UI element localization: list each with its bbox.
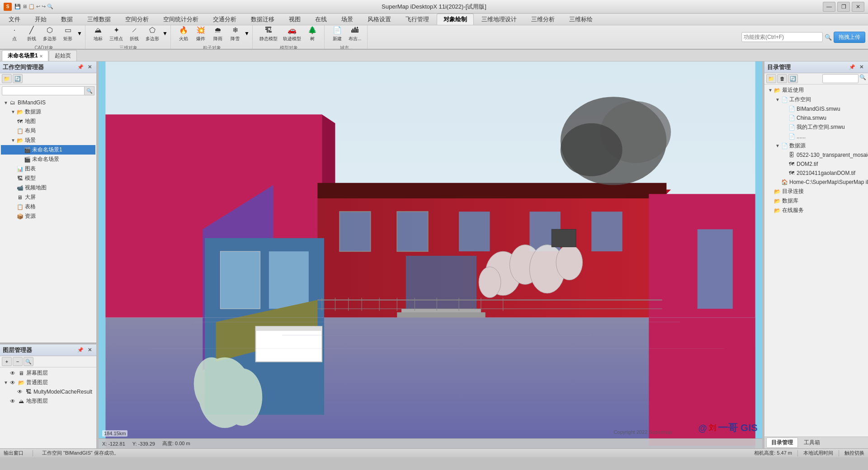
ws-tree-item-layouts[interactable]: 📋布局 (1, 126, 95, 136)
tb-fire-btn[interactable]: 🔥 火焰 (175, 25, 192, 43)
tree-toggle[interactable] (3, 398, 9, 404)
tb-3dpoint-btn[interactable]: ✦ 三维点 (107, 25, 125, 43)
layer-item-terrain_layer[interactable]: 👁⛰地形图层 (1, 396, 95, 406)
ws-tree-item-maps[interactable]: 🗺地图 (1, 117, 95, 126)
toolbar-tab-对象绘制[interactable]: 对象绘制 (437, 14, 474, 25)
ws-tree-item-datasources[interactable]: ▼📂数据源 (1, 107, 95, 117)
doc-tab-start[interactable]: 起始页 (49, 50, 77, 61)
layer-vis-icon[interactable]: 👁 (9, 398, 16, 405)
toolbar-tab-空间分析[interactable]: 空间分析 (118, 14, 156, 25)
catalog-panel-pin-btn[interactable]: 📌 (848, 63, 856, 71)
toolbar-tab-数据[interactable]: 数据 (54, 14, 80, 25)
toolbar-tab-飞行管理[interactable]: 飞行管理 (399, 14, 436, 25)
ws-tree-item-bimgis[interactable]: ▼🗂BIMandGIS (1, 98, 95, 107)
ws-btn1[interactable]: 📁 (2, 74, 12, 83)
tb-terrain-btn[interactable]: ⛰ 地标 (90, 25, 106, 43)
3d-expand-btn[interactable]: ▼ (162, 30, 167, 37)
toolbar-tab-开始[interactable]: 开始 (28, 14, 53, 25)
toolbar-tab-三维地理设计[interactable]: 三维地理设计 (475, 14, 524, 25)
layer-search-btn[interactable]: 🔍 (24, 357, 33, 366)
tb-rect-btn[interactable]: ▭ 矩形 (60, 25, 76, 43)
layer-item-common_layer[interactable]: ▼👁📂普通图层 (1, 378, 95, 387)
layer-delete-btn[interactable]: − (13, 357, 23, 366)
tb-tree-btn[interactable]: 🌲 树 (304, 25, 321, 43)
close-button[interactable]: ✕ (852, 2, 864, 12)
toolbar-tab-三维分析[interactable]: 三维分析 (524, 14, 561, 25)
catalog-search-btn[interactable]: 🔍 (859, 74, 866, 83)
toolbar-tab-视图[interactable]: 视图 (282, 14, 307, 25)
tb-static-model-btn[interactable]: 🏗 静态模型 (257, 25, 280, 43)
particle-expand-btn[interactable]: ▼ (244, 30, 249, 37)
cat-tree-item-cat_link[interactable]: 📂目录连接 (765, 187, 867, 196)
workspace-panel-pin-btn[interactable]: 📌 (76, 63, 85, 71)
tb-point-btn[interactable]: · 点 (6, 25, 23, 43)
doc-tab-scene1[interactable]: 未命名场景1× (2, 50, 48, 61)
doc-tab-close-scene1[interactable]: × (40, 53, 42, 59)
workspace-search-btn[interactable]: 🔍 (85, 86, 94, 95)
cat-tree-item-ds2[interactable]: 🗺DOM2.tif (765, 160, 867, 169)
toolbar-tab-风格设置[interactable]: 风格设置 (361, 14, 398, 25)
tb-new-btn[interactable]: 📄 新建 (329, 25, 345, 43)
cat-tree-item-datasource_cat[interactable]: ▼📄数据源 (765, 141, 867, 150)
ws-tree-item-bigscreen[interactable]: 🖥大屏 (1, 193, 95, 202)
tree-toggle[interactable]: ▼ (3, 380, 9, 386)
tab-catalog[interactable]: 目录管理 (766, 437, 798, 448)
tb-polyline-btn[interactable]: ╱ 折线 (24, 25, 40, 43)
minimize-button[interactable]: — (823, 2, 835, 12)
title-controls[interactable]: — ❐ ✕ (823, 2, 864, 12)
toolbar-tab-在线[interactable]: 在线 (308, 14, 334, 25)
cat-tree-item-home_path[interactable]: 🏠Home-C:\SuperMap\SuperMap iDeskt... (765, 178, 867, 187)
ws-tree-item-video_maps[interactable]: 📹视频地图 (1, 183, 95, 193)
tb-polygon-btn[interactable]: ⬡ 多边形 (41, 25, 59, 43)
tree-toggle[interactable]: ▼ (774, 143, 781, 149)
ws-btn2[interactable]: 🔄 (13, 74, 23, 83)
toolbar-tab-三维标绘[interactable]: 三维标绘 (562, 14, 599, 25)
toolbar-tab-场景[interactable]: 场景 (335, 14, 360, 25)
ws-tree-item-charts[interactable]: 📊图表 (1, 164, 95, 174)
tree-toggle[interactable]: ▼ (774, 97, 781, 103)
cat-tree-item-dotdot[interactable]: 📄...... (765, 132, 867, 141)
tb-3dpoly-btn[interactable]: ⟋ 折线 (126, 25, 142, 43)
cat-tree-item-online_service[interactable]: 📂在线服务 (765, 206, 867, 215)
toolbar-tab-空间统计分析[interactable]: 空间统计分析 (156, 14, 205, 25)
layer-item-screen_layer[interactable]: 👁🖥屏幕图层 (1, 368, 95, 378)
cat-tree-item-recent[interactable]: ▼📂最近使用 (765, 85, 867, 95)
output-tab[interactable]: 输出窗口 (4, 450, 24, 456)
layer-vis-icon[interactable]: 👁 (9, 379, 16, 386)
catalog-search-input[interactable] (822, 74, 859, 83)
restore-button[interactable]: ❐ (837, 2, 850, 12)
search-input[interactable] (741, 32, 823, 42)
cat-tree-item-myworkspace[interactable]: 📄我的工作空间.smwu (765, 122, 867, 132)
layer-item-multy_model[interactable]: 👁🏗MultyModelCacheResult (1, 387, 95, 396)
tab-toolbox[interactable]: 工具箱 (799, 437, 825, 448)
toolbar-tab-交通分析[interactable]: 交通分析 (206, 14, 243, 25)
ws-tree-item-scenes[interactable]: ▼📂场景 (1, 136, 95, 145)
tree-toggle[interactable]: ▼ (10, 109, 16, 115)
upload-button[interactable]: 拖拽上传 (834, 32, 865, 43)
layer-vis-icon[interactable]: 👁 (9, 370, 16, 377)
viewport[interactable]: Copyright 2022 Supermap @ 刘 一哥 GIS 184.1… (99, 61, 762, 448)
tree-toggle[interactable]: ▼ (10, 137, 16, 144)
tb-city-btn[interactable]: 🏙 布吉... (346, 25, 363, 43)
ws-tree-item-scene1[interactable]: 🎬未命名场景1 (1, 145, 95, 155)
cat-tree-item-china_smwu[interactable]: 📄China.smwu (765, 113, 867, 122)
tree-toggle[interactable]: ▼ (3, 99, 9, 106)
cat-btn2[interactable]: 🗑 (777, 74, 787, 83)
toolbar-tab-数据迁移[interactable]: 数据迁移 (244, 14, 281, 25)
tree-toggle[interactable] (10, 389, 16, 395)
tb-3dpolygon-btn[interactable]: ⬠ 多边形 (143, 25, 161, 43)
ws-tree-item-tables[interactable]: 📋表格 (1, 202, 95, 212)
cat-tree-item-workspace_cat[interactable]: ▼📄工作空间 (765, 95, 867, 104)
layers-panel-close-btn[interactable]: ✕ (85, 346, 94, 354)
search-icon[interactable]: 🔍 (825, 34, 832, 41)
cat-btn3[interactable]: 🔄 (788, 74, 798, 83)
cad-expand-btn[interactable]: ▼ (77, 30, 81, 37)
tb-rain-btn[interactable]: 🌧 降雨 (210, 25, 226, 43)
cat-btn1[interactable]: 📁 (766, 74, 776, 83)
toolbar-tab-三维数据[interactable]: 三维数据 (80, 14, 118, 25)
cat-tree-item-ds3[interactable]: 🗺20210411gaolanDOM.tif (765, 169, 867, 178)
cat-tree-item-ds1[interactable]: 🗄0522-130_transparent_mosaic_... (765, 150, 867, 160)
layer-add-btn[interactable]: + (2, 357, 12, 366)
tb-track-model-btn[interactable]: 🚗 轨迹模型 (281, 25, 303, 43)
cat-tree-item-bimgis_smwu[interactable]: 📄BIMandGIS.smwu (765, 104, 867, 113)
